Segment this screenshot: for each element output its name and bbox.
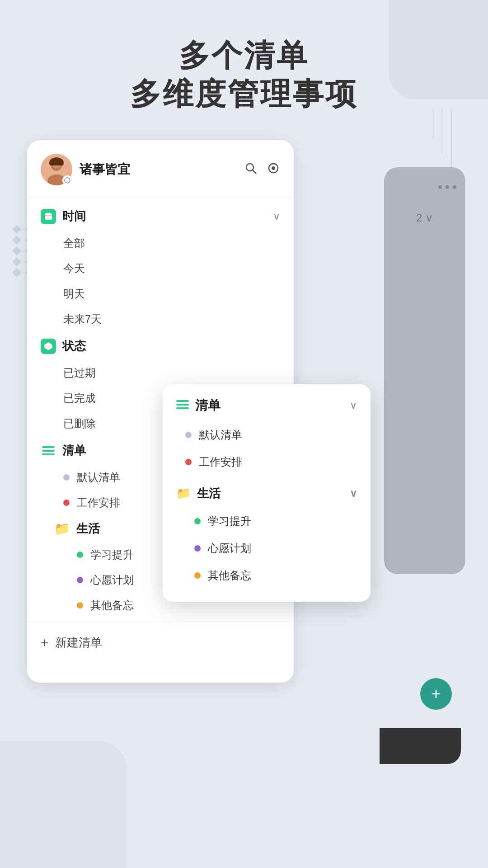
popup-dot-misc bbox=[194, 572, 201, 579]
dot-wishes bbox=[77, 577, 83, 583]
dot1 bbox=[438, 185, 442, 189]
popup-dot-default bbox=[185, 432, 192, 438]
main-content: 2 ∨ + bbox=[27, 140, 461, 764]
popup-panel: 清单 ∨ 默认清单 工作安排 📁 生活 ∨ 学习提升 心愿计划 其他备忘 bbox=[163, 384, 371, 602]
svg-rect-14 bbox=[42, 450, 55, 452]
bg-shape-top-right bbox=[389, 0, 488, 99]
time-item-tomorrow[interactable]: 明天 bbox=[27, 281, 294, 307]
svg-rect-10 bbox=[49, 212, 50, 214]
time-item-today[interactable]: 今天 bbox=[27, 256, 294, 281]
lists-section-label: 清单 bbox=[62, 443, 86, 458]
popup-folder-chevron: ∨ bbox=[350, 488, 357, 500]
settings-icon[interactable] bbox=[267, 161, 280, 178]
time-item-all[interactable]: 全部 bbox=[27, 231, 294, 256]
search-icon[interactable] bbox=[244, 161, 258, 178]
popup-item-work[interactable]: 工作安排 bbox=[176, 448, 357, 476]
popup-dot-study bbox=[194, 518, 201, 524]
phone-bg-dots bbox=[438, 185, 465, 189]
sidebar-icons bbox=[244, 161, 280, 178]
dot3 bbox=[453, 185, 456, 189]
phone-bg-num: 2 ∨ bbox=[416, 212, 433, 224]
svg-line-5 bbox=[253, 170, 256, 174]
dot2 bbox=[446, 185, 449, 189]
popup-section-header[interactable]: 清单 ∨ bbox=[176, 397, 357, 414]
popup-folder-icon: 📁 bbox=[176, 486, 191, 500]
avatar-wrapper bbox=[41, 154, 72, 185]
section-status-header[interactable]: 状态 bbox=[27, 332, 294, 360]
time-section-icon bbox=[41, 209, 56, 224]
username-label: 诸事皆宜 bbox=[80, 161, 130, 178]
lists-section-icon bbox=[41, 443, 56, 458]
folder-icon: 📁 bbox=[54, 521, 70, 536]
svg-marker-12 bbox=[44, 342, 52, 350]
popup-folder-life[interactable]: 📁 生活 ∨ bbox=[176, 479, 357, 508]
svg-rect-13 bbox=[42, 446, 55, 448]
popup-dot-wishes bbox=[194, 545, 201, 552]
popup-item-default[interactable]: 默认清单 bbox=[176, 421, 357, 448]
section-time-header[interactable]: 时间 ∨ bbox=[27, 202, 294, 231]
svg-rect-16 bbox=[176, 400, 189, 402]
status-item-expired[interactable]: 已过期 bbox=[27, 360, 294, 386]
phone-fab-button[interactable]: + bbox=[420, 678, 452, 710]
popup-item-wishes[interactable]: 心愿计划 bbox=[176, 535, 357, 562]
popup-chevron: ∨ bbox=[350, 400, 357, 411]
dot-misc bbox=[77, 602, 83, 609]
status-section-icon bbox=[41, 339, 56, 354]
popup-list-icon bbox=[176, 399, 189, 413]
time-chevron: ∨ bbox=[273, 211, 280, 222]
svg-rect-15 bbox=[42, 453, 55, 455]
new-list-button[interactable]: + 新建清单 bbox=[27, 626, 294, 660]
popup-dot-work bbox=[185, 459, 192, 465]
svg-point-7 bbox=[272, 166, 275, 170]
avatar-badge bbox=[62, 175, 72, 185]
bg-stripe-3 bbox=[432, 108, 434, 140]
time-section-label: 时间 bbox=[62, 208, 86, 224]
plus-icon: + bbox=[41, 635, 49, 651]
svg-rect-18 bbox=[176, 407, 189, 409]
sidebar-header: 诸事皆宜 bbox=[27, 140, 294, 194]
svg-rect-17 bbox=[176, 404, 189, 406]
status-section-label: 状态 bbox=[62, 338, 86, 354]
svg-rect-9 bbox=[47, 212, 47, 214]
dot-default bbox=[63, 474, 70, 481]
popup-item-study[interactable]: 学习提升 bbox=[176, 508, 357, 535]
svg-rect-8 bbox=[45, 213, 52, 220]
dot-work bbox=[63, 500, 70, 506]
popup-item-misc[interactable]: 其他备忘 bbox=[176, 562, 357, 589]
time-item-7days[interactable]: 未来7天 bbox=[27, 307, 294, 332]
svg-point-4 bbox=[246, 164, 253, 171]
dot-study bbox=[77, 552, 83, 558]
popup-section-label: 清单 bbox=[195, 397, 221, 414]
phone-bg: 2 ∨ bbox=[384, 167, 465, 574]
phone-bg-bottom-bar bbox=[380, 728, 461, 764]
